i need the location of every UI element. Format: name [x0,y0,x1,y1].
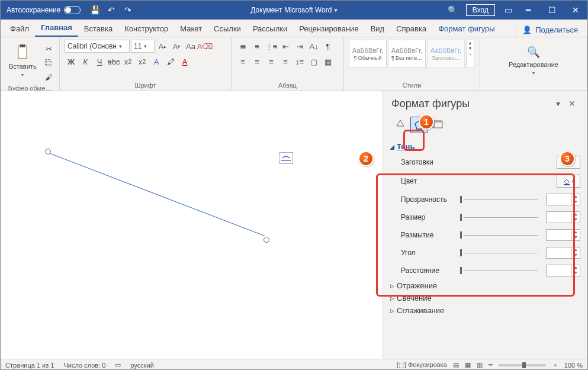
redo-icon[interactable]: ↷ [120,1,136,20]
status-language[interactable]: русский [130,362,153,369]
minimize-button[interactable]: ━ [516,1,540,20]
svg-rect-1 [20,44,25,47]
show-marks-icon[interactable]: ¶ [322,40,335,53]
tab-mailings[interactable]: Рассылки [247,21,293,37]
numbering-icon[interactable]: ≡ [250,40,264,53]
distance-input[interactable]: ▲▼ [546,265,580,276]
panel-options-icon[interactable]: ▾ [551,96,565,111]
style-normal[interactable]: АаБбВвГг,¶ Обычный [349,40,387,68]
align-right-icon[interactable]: ≡ [265,55,278,68]
subscript-icon[interactable]: x2 [121,55,134,68]
zoom-level[interactable]: 100 % [564,362,583,369]
zoom-slider[interactable] [499,364,546,366]
fill-line-tab-icon[interactable] [391,117,409,133]
section-glow[interactable]: ▷Свечение [390,292,580,304]
font-color-icon[interactable]: A [178,55,191,68]
section-reflection[interactable]: ▷Отражение [390,279,580,292]
cut-icon[interactable]: ✂ [43,42,56,55]
style-nospace[interactable]: АаБбВвГг,¶ Без инте… [388,40,426,68]
line-spacing-icon[interactable]: ↕≡ [293,55,306,68]
clear-format-icon[interactable]: A⌫ [198,40,211,53]
superscript-icon[interactable]: x2 [136,55,149,68]
tab-help[interactable]: Справка [390,21,432,37]
align-left-icon[interactable]: ≡ [236,55,249,68]
ribbon-display-icon[interactable]: ▭ [500,1,516,20]
status-proofing-icon[interactable]: ▭ [115,361,121,369]
tab-home[interactable]: Главная [35,20,78,37]
highlight-icon[interactable]: 🖍 [164,55,177,68]
angle-slider[interactable] [460,249,541,257]
status-page[interactable]: Страница 1 из 1 [5,362,54,369]
shape-line[interactable] [50,153,265,236]
decrease-font-icon[interactable]: A▾ [170,40,183,53]
editing-button[interactable]: 🔍 Редактирование ▾ [485,40,582,81]
styles-more-button[interactable]: ▴▾⌵ [466,40,474,68]
justify-icon[interactable]: ≡ [279,55,292,68]
text-effects-icon[interactable]: A [150,55,163,68]
color-dropdown[interactable]: ▾ [557,175,580,188]
row-color: Цвет ▾ [390,172,580,191]
size-slider[interactable] [460,213,541,221]
autosave-toggle[interactable] [64,6,81,14]
font-size-combo[interactable]: 11▾ [131,40,155,53]
borders-icon[interactable]: ▦ [322,55,335,68]
change-case-icon[interactable]: Aa [184,40,197,53]
copy-icon[interactable]: ⿻ [43,56,56,69]
panel-close-icon[interactable]: ✕ [565,96,579,111]
close-button[interactable]: ✕ [564,1,587,20]
section-shadow[interactable]: ◢ Тень [390,140,580,153]
tab-format-shape[interactable]: Формат фигуры [432,21,500,37]
increase-font-icon[interactable]: A▴ [156,40,169,53]
bullets-icon[interactable]: ≣ [236,40,249,53]
blur-input[interactable]: ▲▼ [546,229,580,241]
view-web-icon[interactable]: ▥ [477,361,483,369]
style-heading1[interactable]: АаБбВвГг,Заголово… [427,40,465,68]
shading-icon[interactable]: ▢ [307,55,320,68]
share-button[interactable]: 👤 Поделиться [516,23,584,37]
format-painter-icon[interactable]: 🖌 [43,70,56,83]
view-print-icon[interactable]: ▦ [465,361,471,369]
distance-slider[interactable] [460,266,541,275]
tab-design[interactable]: Конструктор [118,21,174,37]
shape-handle-end[interactable] [264,237,269,243]
font-name-combo[interactable]: Calibri (Основн▾ [65,40,130,53]
indent-dec-icon[interactable]: ⇤ [279,40,292,53]
paste-button[interactable]: Вставить ▾ [5,40,40,81]
document-canvas[interactable] [1,91,383,359]
bold-icon[interactable]: Ж [65,55,78,68]
size-input[interactable]: ▲▼ [546,211,580,223]
indent-inc-icon[interactable]: ⇥ [293,40,306,53]
tab-layout[interactable]: Макет [174,21,208,37]
status-words[interactable]: Число слов: 0 [63,362,105,369]
strike-icon[interactable]: abc [107,55,120,68]
underline-icon[interactable]: Ч [93,55,106,68]
angle-input[interactable]: ▲▼ [546,247,580,259]
tab-references[interactable]: Ссылки [208,21,247,37]
tab-view[interactable]: Вид [365,21,391,37]
tab-review[interactable]: Рецензирование [293,21,364,37]
search-icon[interactable]: 🔍 [445,1,461,20]
maximize-button[interactable]: ☐ [540,1,564,20]
callout-3: 3 [560,151,575,166]
focus-mode-button[interactable]: [⬚] Фокусировка [397,361,447,369]
row-presets: Заготовки ▾ [390,153,580,172]
align-center-icon[interactable]: ≡ [250,55,264,68]
fill-color-icon [563,177,571,185]
zoom-out-button[interactable]: ━ [489,361,493,369]
italic-icon[interactable]: К [79,55,92,68]
view-read-icon[interactable]: ▤ [453,361,459,369]
save-icon[interactable]: 💾 [86,1,103,20]
login-button[interactable]: Вход [466,4,495,16]
layout-options-icon[interactable] [279,152,293,164]
tab-insert[interactable]: Вставка [78,21,118,37]
section-softedges[interactable]: ▷Сглаживание [390,304,580,317]
blur-slider[interactable] [460,231,541,239]
zoom-in-button[interactable]: ＋ [552,361,558,369]
tab-file[interactable]: Файл [4,21,35,37]
transparency-input[interactable]: ▲▼ [546,194,580,205]
undo-icon[interactable]: ↶ [103,1,120,20]
sort-icon[interactable]: A↓ [307,40,320,53]
multilevel-icon[interactable]: ⋮≡ [265,40,278,53]
transparency-slider[interactable] [460,195,541,204]
panel-title: Формат фигуры [391,98,551,110]
